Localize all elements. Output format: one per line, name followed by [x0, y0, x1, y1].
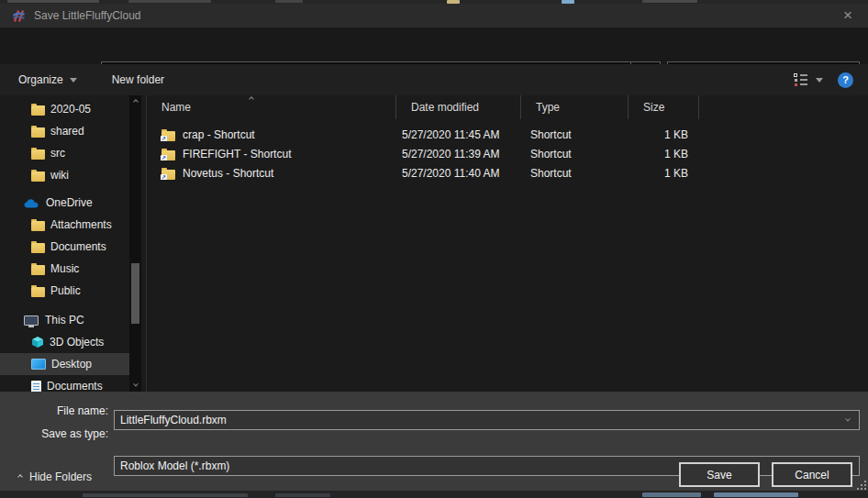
folder-icon: [31, 172, 45, 182]
tree-item-desktop[interactable]: Desktop: [0, 353, 129, 375]
column-header-date-modified[interactable]: Date modified: [396, 95, 521, 119]
background-window-artifacts-bottom: [0, 491, 868, 498]
shortcut-folder-icon: [161, 131, 175, 141]
folder-tree: 2020-05 shared src wiki OneDrive Attachm…: [0, 95, 147, 392]
new-folder-button[interactable]: New folder: [103, 64, 173, 95]
help-button[interactable]: ?: [838, 72, 853, 88]
folder-icon: [31, 287, 45, 297]
tree-item-documents-onedrive[interactable]: Documents: [0, 236, 129, 258]
file-row-novetus-shortcut[interactable]: Novetus - Shortcut 5/27/2020 11:40 AM Sh…: [147, 163, 780, 183]
folder-icon: [31, 243, 45, 253]
chevron-down-icon: [845, 416, 851, 422]
folder-icon: [31, 105, 45, 116]
tree-item-shared[interactable]: shared: [0, 120, 129, 142]
cancel-button[interactable]: Cancel: [772, 462, 852, 487]
computer-icon: [24, 315, 39, 326]
details-view-icon: [794, 73, 807, 86]
tree-item-wiki[interactable]: wiki: [0, 164, 129, 186]
new-folder-label: New folder: [112, 73, 164, 86]
scrollbar-thumb[interactable]: [131, 263, 139, 324]
tree-item-this-pc[interactable]: This PC: [0, 309, 129, 331]
hide-folders-button[interactable]: Hide Folders: [18, 468, 92, 486]
save-as-type-label: Save as type:: [0, 427, 108, 440]
file-row-crap-shortcut[interactable]: crap - Shortcut 5/27/2020 11:45 AM Short…: [147, 125, 780, 144]
folder-icon: [31, 221, 45, 231]
novetus-app-icon: [11, 8, 27, 24]
scroll-down-button[interactable]: [129, 379, 141, 392]
close-button[interactable]: ×: [828, 4, 868, 28]
column-header-name[interactable]: Name: [147, 95, 396, 119]
column-headers: Name Date modified Type Size: [147, 95, 699, 119]
tree-item-3d-objects[interactable]: 3D Objects: [0, 331, 129, 353]
chevron-down-icon: [816, 78, 823, 83]
folder-icon: [31, 265, 45, 275]
content-area: 2020-05 shared src wiki OneDrive Attachm…: [0, 95, 868, 392]
file-row-firefight-shortcut[interactable]: FIREFIGHT - Shortcut 5/27/2020 11:39 AM …: [147, 144, 780, 163]
title-bar: Save LittleFluffyCloud ×: [0, 4, 868, 28]
tree-scrollbar[interactable]: [129, 95, 141, 392]
organize-button[interactable]: Organize: [9, 64, 86, 95]
navigation-bar: ← → ↑ This PC Desktop ↻: [0, 28, 868, 64]
tree-item-src[interactable]: src: [0, 142, 129, 164]
3d-cube-icon: [31, 336, 44, 349]
column-header-type[interactable]: Type: [521, 95, 629, 119]
column-header-size[interactable]: Size: [629, 95, 699, 119]
file-name-label: File name:: [0, 404, 108, 417]
hide-folders-label: Hide Folders: [29, 470, 92, 483]
file-name-dropdown-button[interactable]: [837, 418, 859, 422]
file-list: Name Date modified Type Size crap - Shor…: [147, 95, 868, 392]
scroll-up-button[interactable]: [129, 95, 141, 108]
save-button[interactable]: Save: [679, 462, 760, 487]
chevron-up-icon: [17, 474, 23, 480]
chevron-down-icon: [133, 382, 139, 387]
shortcut-folder-icon: [161, 150, 175, 160]
command-toolbar: Organize New folder ?: [0, 64, 868, 95]
save-dialog: Save LittleFluffyCloud × ← → ↑ This PC D…: [0, 0, 868, 498]
tree-item-attachments[interactable]: Attachments: [0, 214, 129, 236]
tree-item-public[interactable]: Public: [0, 280, 129, 302]
organize-label: Organize: [18, 73, 63, 86]
document-icon: [31, 381, 41, 393]
tree-item-2020-05[interactable]: 2020-05: [0, 98, 129, 120]
chevron-up-icon: [133, 99, 139, 105]
chevron-down-icon: [70, 78, 77, 83]
resize-grip[interactable]: [853, 478, 866, 490]
folder-icon: [31, 127, 45, 138]
onedrive-icon: [24, 198, 39, 208]
folder-icon: [31, 149, 45, 160]
desktop-icon: [31, 359, 46, 370]
window-title: Save LittleFluffyCloud: [34, 9, 141, 22]
view-mode-button[interactable]: [792, 73, 825, 86]
sort-ascending-icon: [249, 96, 254, 102]
shortcut-folder-icon: [161, 170, 175, 180]
tree-item-music[interactable]: Music: [0, 258, 129, 280]
tree-item-onedrive[interactable]: OneDrive: [0, 192, 129, 214]
